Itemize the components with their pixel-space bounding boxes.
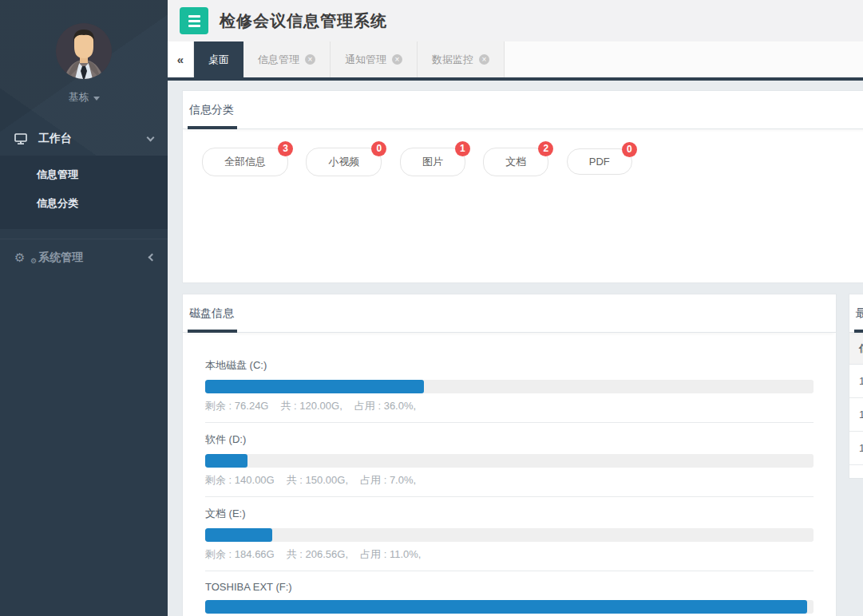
disk-name: 软件 (D:) xyxy=(205,432,814,447)
disk-info-text: 剩余 : 184.66G共 : 206.56G,占用 : 11.0%, xyxy=(205,547,814,562)
table-row[interactable]: 1 xyxy=(849,398,863,432)
table-header: 信息标题 xyxy=(849,333,863,365)
avatar[interactable] xyxy=(56,23,112,79)
sidebar-item-workbench[interactable]: 工作台 xyxy=(0,122,168,156)
tab-data-monitor[interactable]: 数据监控 × xyxy=(418,41,505,77)
panel-title: 磁盘信息 xyxy=(189,306,234,321)
disk-usage-fill xyxy=(205,380,424,393)
close-icon[interactable]: × xyxy=(305,54,315,65)
username: 基栋 xyxy=(69,90,89,105)
category-button-pdf[interactable]: PDF 0 xyxy=(567,148,632,175)
monitor-icon xyxy=(14,133,34,144)
close-icon[interactable]: × xyxy=(479,54,489,65)
tab-label: 信息管理 xyxy=(258,53,299,67)
user-menu[interactable]: 基栋 xyxy=(69,90,100,105)
double-chevron-left-icon: « xyxy=(177,53,184,66)
sidebar-subitem-info-management[interactable]: 信息管理 xyxy=(0,160,168,189)
disk-entry-c: 本地磁盘 (C:) 剩余 : 76.24G共 : 120.00G,占用 : 36… xyxy=(205,358,814,423)
sidebar: 基栋 工作台 信息管理 信息分类 ⚙⚙ 系统管理 xyxy=(0,0,168,616)
disk-info-panel: 磁盘信息 本地磁盘 (C:) 剩余 : 76.24G共 : 120.00G,占用… xyxy=(182,294,837,616)
close-icon[interactable]: × xyxy=(392,54,402,65)
tab-label: 数据监控 xyxy=(432,53,473,67)
disk-usage-fill xyxy=(205,454,247,468)
count-badge: 1 xyxy=(455,141,470,156)
panel-title-underline xyxy=(188,126,237,129)
panel-title-underline xyxy=(854,330,863,333)
tabs-collapse-button[interactable]: « xyxy=(168,41,194,77)
panel-title: 最新信息 xyxy=(856,306,863,321)
tabbar: « 桌面 信息管理 × 通知管理 × 数据监控 × xyxy=(168,41,863,81)
sidebar-item-label: 工作台 xyxy=(38,132,148,146)
count-badge: 2 xyxy=(538,141,553,156)
disk-usage-bar xyxy=(205,528,814,542)
disk-usage-bar xyxy=(205,380,814,393)
category-button-doc[interactable]: 文档 2 xyxy=(483,148,548,176)
avatar-illustration xyxy=(56,23,112,79)
chevron-down-icon xyxy=(147,133,155,141)
disk-usage-fill xyxy=(205,600,807,614)
sidebar-subitem-info-category[interactable]: 信息分类 xyxy=(0,189,168,218)
gears-icon: ⚙⚙ xyxy=(14,251,34,263)
category-button-image[interactable]: 图片 1 xyxy=(400,148,465,176)
table-row[interactable]: 1 xyxy=(849,432,863,465)
disk-entry-e: 文档 (E:) 剩余 : 184.66G共 : 206.56G,占用 : 11.… xyxy=(205,507,814,571)
profile-block: 基栋 xyxy=(0,0,168,105)
app-title: 检修会议信息管理系统 xyxy=(220,10,387,32)
category-buttons-row: 全部信息 3 小视频 0 图片 1 文档 2 PDF 0 xyxy=(183,129,863,176)
hamburger-icon xyxy=(188,15,200,18)
disk-usage-bar xyxy=(205,454,814,468)
disk-name: 本地磁盘 (C:) xyxy=(205,358,814,373)
tab-notice-management[interactable]: 通知管理 × xyxy=(331,41,418,77)
header: 检修会议信息管理系统 xyxy=(168,0,863,41)
disk-entry-f: TOSHIBA EXT (F:) 剩余 : 20.45G共 : 1863.01G… xyxy=(205,581,814,616)
tab-label: 通知管理 xyxy=(345,53,386,67)
disk-usage-bar xyxy=(205,600,814,614)
sidebar-nav: 工作台 信息管理 信息分类 ⚙⚙ 系统管理 xyxy=(0,122,168,275)
category-button-video[interactable]: 小视频 0 xyxy=(306,148,382,176)
disk-info-text: 剩余 : 76.24G共 : 120.00G,占用 : 36.0%, xyxy=(205,399,814,413)
disk-entry-d: 软件 (D:) 剩余 : 140.00G共 : 150.00G,占用 : 7.0… xyxy=(205,432,814,497)
tab-desktop[interactable]: 桌面 xyxy=(194,41,243,77)
disk-name: TOSHIBA EXT (F:) xyxy=(205,581,814,593)
disk-info-text: 剩余 : 140.00G共 : 150.00G,占用 : 7.0%, xyxy=(205,473,814,488)
panel-header: 最新信息 xyxy=(849,294,863,333)
panel-title-underline xyxy=(188,330,237,333)
category-button-all[interactable]: 全部信息 3 xyxy=(202,148,288,176)
sidebar-item-system-management[interactable]: ⚙⚙ 系统管理 xyxy=(0,239,168,275)
panel-header: 磁盘信息 xyxy=(183,294,836,333)
tab-label: 桌面 xyxy=(208,53,229,67)
menu-toggle-button[interactable] xyxy=(180,7,208,34)
workbench-submenu: 信息管理 信息分类 xyxy=(0,156,168,229)
disk-name: 文档 (E:) xyxy=(205,507,814,521)
tab-info-management[interactable]: 信息管理 × xyxy=(243,41,331,77)
count-badge: 3 xyxy=(278,141,293,156)
table-row[interactable]: 1 xyxy=(849,365,863,398)
count-badge: 0 xyxy=(622,142,637,157)
panel-header: 信息分类 xyxy=(183,91,863,129)
panel-title: 信息分类 xyxy=(189,103,234,117)
caret-down-icon xyxy=(93,97,100,101)
sidebar-item-label: 系统管理 xyxy=(38,251,149,265)
count-badge: 0 xyxy=(371,141,386,156)
chevron-left-icon xyxy=(148,254,156,262)
disk-list: 本地磁盘 (C:) 剩余 : 76.24G共 : 120.00G,占用 : 36… xyxy=(183,333,836,616)
info-category-panel: 信息分类 全部信息 3 小视频 0 图片 1 文档 2 xyxy=(182,90,863,283)
content-area: 信息分类 全部信息 3 小视频 0 图片 1 文档 2 xyxy=(168,81,863,616)
latest-info-panel: 最新信息 信息标题 1 1 1 xyxy=(849,294,863,479)
disk-usage-fill xyxy=(205,528,272,542)
